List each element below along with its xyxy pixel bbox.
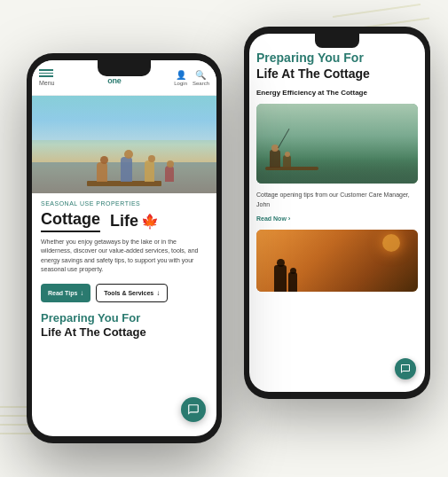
section-title-teal: Preparing You For — [41, 311, 140, 325]
front-phone-screen: Menu hydro one 👤 Login 🔍 Search — [32, 60, 216, 436]
back-subtitle: Energy Efficiency at The Cottage — [256, 89, 418, 97]
search-label: Search — [193, 81, 209, 86]
seasonal-tag: Seasonal Use Properties — [41, 200, 208, 207]
cottage-title: Cottage Life 🍁 — [41, 210, 208, 232]
front-chat-button[interactable] — [181, 397, 206, 422]
back-chat-button[interactable] — [395, 358, 416, 379]
search-button[interactable]: 🔍 Search — [193, 70, 209, 86]
front-notch — [98, 60, 151, 76]
back-read-now-link[interactable]: Read Now › — [256, 215, 418, 223]
phones-wrapper: Preparing You For Life At The Cottage En… — [0, 0, 448, 477]
back-phone-screen: Preparing You For Life At The Cottage En… — [249, 34, 425, 392]
menu-label: Menu — [39, 80, 55, 86]
hamburger-line-2 — [39, 73, 53, 74]
back-title-line2: Life At The Cottage — [256, 66, 370, 81]
back-main-title: Preparing You For Life At The Cottage — [256, 50, 418, 82]
tools-services-label: Tools & Services — [104, 290, 153, 296]
front-description: Whether you enjoy getaways by the lake o… — [41, 238, 208, 275]
front-hero-image — [32, 96, 216, 193]
search-icon: 🔍 — [195, 70, 206, 80]
read-tips-button[interactable]: Read Tips ↓ — [41, 284, 90, 302]
read-tips-label: Read Tips — [48, 290, 77, 296]
front-action-buttons: Read Tips ↓ Tools & Services ↓ — [41, 284, 208, 302]
front-section-title: Preparing You For Life At The Cottage — [41, 311, 208, 341]
back-title-teal: Preparing You For — [256, 51, 364, 65]
header-actions: 👤 Login 🔍 Search — [174, 70, 209, 86]
person-icon: 👤 — [176, 70, 186, 80]
cottage-title-life: Life — [110, 212, 138, 231]
phone-back: Preparing You For Life At The Cottage En… — [244, 27, 430, 399]
maple-leaf-icon: 🍁 — [141, 213, 159, 230]
front-content: Seasonal Use Properties Cottage Life 🍁 W… — [32, 193, 216, 348]
hamburger-line-3 — [39, 75, 53, 77]
back-fishing-image — [256, 104, 418, 184]
cottage-title-word: Cottage — [41, 210, 100, 232]
tools-arrow: ↓ — [156, 289, 160, 297]
read-tips-arrow: ↓ — [80, 289, 83, 297]
tools-services-button[interactable]: Tools & Services ↓ — [96, 284, 168, 302]
back-content: Preparing You For Life At The Cottage En… — [249, 34, 425, 299]
back-bottom-image — [256, 230, 418, 292]
section-title-line2: Life At The Cottage — [41, 325, 146, 339]
menu-button[interactable]: Menu — [39, 69, 55, 86]
back-card-description: Cottage opening tips from our Customer C… — [256, 191, 418, 209]
phone-front: Menu hydro one 👤 Login 🔍 Search — [27, 53, 222, 443]
read-now-chevron: › — [288, 215, 291, 223]
back-notch — [315, 34, 359, 48]
hamburger-line-1 — [39, 69, 53, 71]
login-label: Login — [174, 81, 187, 86]
login-button[interactable]: 👤 Login — [174, 70, 187, 86]
